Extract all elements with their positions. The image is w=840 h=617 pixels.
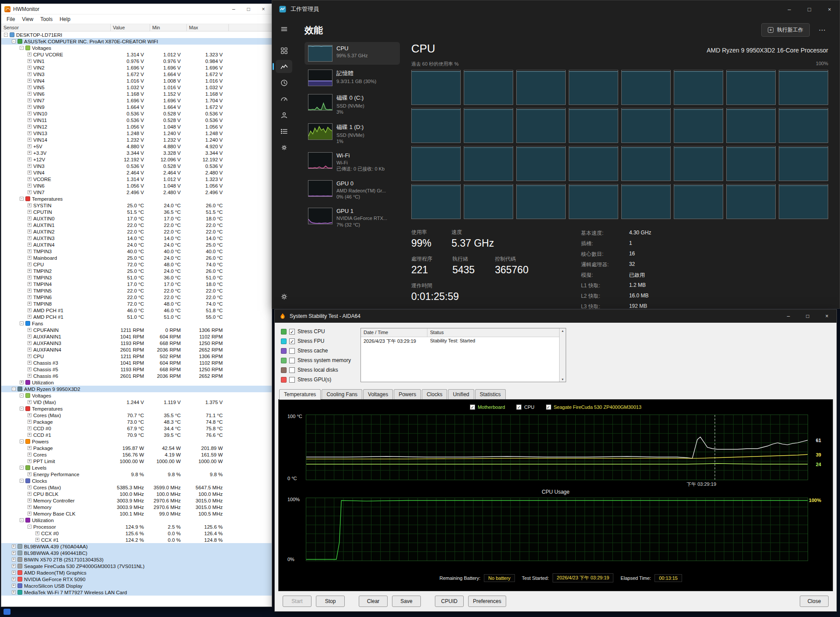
sidebar-item-settings[interactable] bbox=[276, 290, 292, 303]
sensor-row[interactable]: +TMPIN522.0 °C22.0 °C22.0 °C bbox=[1, 287, 272, 294]
collapse-expander-icon[interactable]: - bbox=[20, 321, 24, 325]
sensor-row[interactable]: +Memory Controller3003.9 MHz2970.6 MHz30… bbox=[1, 497, 272, 504]
maximize-icon[interactable]: □ bbox=[241, 4, 256, 14]
expand-expander-icon[interactable]: + bbox=[28, 203, 32, 207]
sensor-row[interactable]: +VIN51.032 V1.016 V1.032 V bbox=[1, 84, 272, 91]
expand-expander-icon[interactable]: + bbox=[28, 79, 32, 83]
collapse-expander-icon[interactable]: - bbox=[12, 39, 16, 43]
expand-expander-icon[interactable]: + bbox=[28, 105, 32, 109]
column-max[interactable]: Max bbox=[187, 24, 229, 31]
sensor-row[interactable]: +TMPIN622.0 °C22.0 °C22.0 °C bbox=[1, 294, 272, 300]
tree-node-row[interactable]: +NVIDIA GeForce RTX 5090 bbox=[1, 576, 272, 582]
collapse-expander-icon[interactable]: - bbox=[4, 33, 8, 37]
cpuid-button[interactable]: CPUID bbox=[435, 596, 464, 607]
expand-expander-icon[interactable]: + bbox=[28, 453, 32, 457]
sensor-row[interactable]: +CPUTIN51.5 °C36.5 °C51.5 °C bbox=[1, 209, 272, 215]
sidebar-item-app-history[interactable] bbox=[276, 76, 292, 89]
expand-expander-icon[interactable]: + bbox=[28, 315, 32, 319]
expand-expander-icon[interactable]: + bbox=[28, 289, 32, 293]
sensor-row[interactable]: +Memory Base CLK100.1 MHz99.0 MHz100.5 M… bbox=[1, 510, 272, 517]
sensor-row[interactable]: +AUXTIN314.0 °C14.0 °C14.0 °C bbox=[1, 235, 272, 241]
clear-button[interactable]: Clear bbox=[359, 596, 388, 607]
sensor-row[interactable]: +CPU72.0 °C48.0 °C74.0 °C bbox=[1, 261, 272, 268]
tab-clocks[interactable]: Clocks bbox=[422, 389, 447, 399]
maximize-icon[interactable]: □ bbox=[799, 0, 819, 18]
expand-expander-icon[interactable]: + bbox=[28, 275, 32, 279]
collapse-expander-icon[interactable]: - bbox=[20, 439, 24, 443]
tab-voltages[interactable]: Voltages bbox=[363, 389, 393, 399]
checkbox[interactable]: ✓ bbox=[516, 404, 522, 410]
tab-temperatures[interactable]: Temperatures bbox=[279, 389, 321, 400]
tree-node-row[interactable]: +Seagate FireCuda 530 ZP4000GM30013 (7VS… bbox=[1, 563, 272, 569]
sensor-row[interactable]: +AUXFANIN11041 RPM604 RPM1102 RPM bbox=[1, 333, 272, 340]
sensor-row[interactable]: +VIN21.696 V1.696 V1.696 V bbox=[1, 64, 272, 71]
tree-node-row[interactable]: -Clocks bbox=[1, 478, 272, 484]
checkbox[interactable] bbox=[289, 358, 295, 363]
menu-help[interactable]: Help bbox=[56, 16, 74, 22]
tab-statistics[interactable]: Statistics bbox=[475, 389, 506, 399]
expand-expander-icon[interactable]: + bbox=[28, 151, 32, 155]
sidebar-item-users[interactable] bbox=[276, 108, 292, 122]
column-value[interactable]: Value bbox=[111, 24, 150, 31]
expand-expander-icon[interactable]: + bbox=[12, 584, 16, 588]
expand-expander-icon[interactable]: + bbox=[28, 138, 32, 142]
expand-expander-icon[interactable]: + bbox=[28, 308, 32, 312]
expand-expander-icon[interactable]: + bbox=[28, 249, 32, 253]
sensor-row[interactable]: +VIN131.248 V1.240 V1.248 V bbox=[1, 130, 272, 136]
expand-expander-icon[interactable]: + bbox=[12, 551, 16, 555]
tab-powers[interactable]: Powers bbox=[394, 389, 421, 399]
sidebar-item-performance[interactable] bbox=[276, 60, 292, 73]
stress-option-gpu[interactable]: Stress GPU(s) bbox=[281, 376, 351, 383]
expand-expander-icon[interactable]: + bbox=[28, 426, 32, 430]
sensor-row[interactable]: +CCX #1124.2 %0.0 %124.8 % bbox=[1, 537, 272, 543]
expand-expander-icon[interactable]: + bbox=[28, 505, 32, 509]
expand-expander-icon[interactable]: + bbox=[28, 282, 32, 286]
sensor-row[interactable]: +TMPIN417.0 °C17.0 °C18.0 °C bbox=[1, 281, 272, 287]
expand-expander-icon[interactable]: + bbox=[28, 413, 32, 417]
sensor-row[interactable]: +CPU BCLK100.0 MHz100.0 MHz100.0 MHz bbox=[1, 491, 272, 497]
sensor-row[interactable]: +VIN10.976 V0.976 V0.984 V bbox=[1, 58, 272, 64]
expand-expander-icon[interactable]: + bbox=[28, 498, 32, 502]
column-min[interactable]: Min bbox=[150, 24, 187, 31]
sensor-row[interactable]: +AMD PCH #151.0 °C51.0 °C55.0 °C bbox=[1, 314, 272, 320]
sensor-row[interactable]: ++12V12.192 V12.096 V12.192 V bbox=[1, 156, 272, 163]
collapse-expander-icon[interactable]: - bbox=[20, 46, 24, 50]
expand-expander-icon[interactable]: + bbox=[28, 354, 32, 358]
perf-item-cpu[interactable]: CPU99% 5.37 GHz bbox=[304, 42, 400, 65]
desktop-icon-fragment[interactable] bbox=[4, 609, 10, 615]
sensor-row[interactable]: +VIN121.056 V1.048 V1.056 V bbox=[1, 123, 272, 130]
sensor-row[interactable]: +Package195.87 W42.54 W201.89 W bbox=[1, 445, 272, 451]
expand-expander-icon[interactable]: + bbox=[28, 262, 32, 266]
expand-expander-icon[interactable]: + bbox=[28, 256, 32, 260]
collapse-expander-icon[interactable]: - bbox=[20, 407, 24, 411]
tree-node-row[interactable]: -Voltages bbox=[1, 392, 272, 399]
menu-view[interactable]: View bbox=[18, 16, 37, 22]
collapse-expander-icon[interactable]: - bbox=[20, 197, 24, 201]
sensor-row[interactable]: +VIN61.168 V1.152 V1.168 V bbox=[1, 91, 272, 97]
sensor-row[interactable]: +TMPIN340.0 °C40.0 °C40.0 °C bbox=[1, 248, 272, 254]
expand-expander-icon[interactable]: + bbox=[28, 512, 32, 516]
minimize-icon[interactable]: – bbox=[779, 310, 798, 323]
log-row[interactable]: 2026/4/23 下午 03:29:19Stability Test: Sta… bbox=[361, 337, 559, 345]
close-icon[interactable]: × bbox=[256, 4, 271, 14]
sensor-row[interactable]: -Processor124.9 %2.5 %125.6 % bbox=[1, 523, 272, 530]
expand-expander-icon[interactable]: + bbox=[28, 66, 32, 70]
sensor-row[interactable]: +AUXTIN222.0 °C22.0 °C22.0 °C bbox=[1, 228, 272, 235]
expand-expander-icon[interactable]: + bbox=[28, 472, 32, 476]
expand-expander-icon[interactable]: + bbox=[28, 144, 32, 148]
stress-option-cpu[interactable]: ✓Stress CPU bbox=[281, 328, 351, 335]
tree-node-row[interactable]: +Utilization bbox=[1, 379, 272, 386]
stress-option-cache[interactable]: Stress cache bbox=[281, 348, 351, 354]
sensor-row[interactable]: +VIN61.056 V1.048 V1.056 V bbox=[1, 182, 272, 189]
sidebar-item-startup-apps[interactable] bbox=[276, 92, 292, 105]
sensor-row[interactable]: +VCORE1.314 V1.012 V1.323 V bbox=[1, 176, 272, 182]
expand-expander-icon[interactable]: + bbox=[28, 216, 32, 220]
maximize-icon[interactable]: □ bbox=[798, 310, 817, 323]
sensor-row[interactable]: +SYSTIN25.0 °C24.0 °C26.0 °C bbox=[1, 202, 272, 209]
scroll-up-icon[interactable]: ▲ bbox=[561, 329, 564, 332]
tree-node-row[interactable]: -Voltages bbox=[1, 45, 272, 51]
collapse-expander-icon[interactable]: - bbox=[28, 525, 32, 529]
collapse-expander-icon[interactable]: - bbox=[20, 466, 24, 470]
sensor-row[interactable]: +Chassis #51193 RPM668 RPM1250 RPM bbox=[1, 366, 272, 373]
expand-expander-icon[interactable]: + bbox=[28, 171, 32, 174]
